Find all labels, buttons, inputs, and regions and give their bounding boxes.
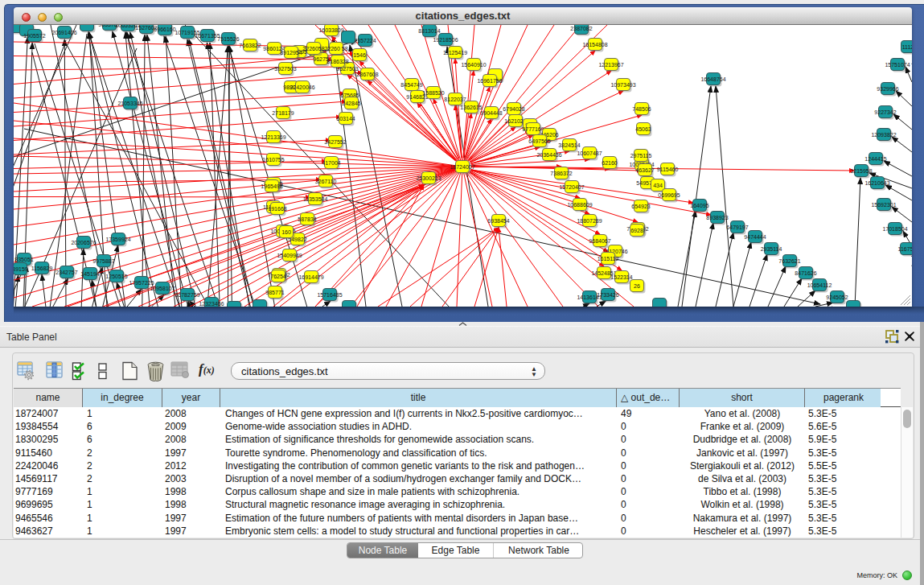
svg-text:1615112: 1615112 [598,256,619,262]
svg-text:21053346: 21053346 [117,101,142,106]
svg-text:3824514: 3824514 [558,142,580,148]
svg-text:12093822: 12093822 [871,132,896,138]
svg-text:17359924: 17359924 [105,237,130,242]
svg-text:10958107: 10958107 [150,286,175,291]
svg-text:191668: 191668 [268,206,286,212]
svg-text:12213967: 12213967 [598,62,623,68]
svg-text:10973493: 10973493 [610,82,635,88]
svg-text:1965498: 1965498 [261,183,282,189]
svg-text:16210643: 16210643 [864,180,889,186]
svg-text:39159: 39159 [14,266,28,272]
svg-text:76254: 76254 [270,274,286,279]
svg-text:15716485: 15716485 [317,292,342,298]
svg-text:8471626: 8471626 [795,270,816,276]
svg-text:463627: 463627 [635,167,654,173]
svg-text:1156829: 1156829 [31,266,53,271]
svg-text:10654112: 10654112 [807,282,832,288]
svg-text:8813014: 8813014 [418,28,440,34]
svg-text:985771: 985771 [265,290,284,295]
svg-text:1112: 1112 [902,44,912,50]
svg-text:1588520: 1588520 [422,90,444,96]
svg-text:1362615: 1362615 [460,105,482,110]
svg-text:17957225: 17957225 [129,280,154,286]
svg-text:15409949: 15409949 [277,253,302,258]
svg-text:15720407: 15720407 [559,184,584,190]
svg-text:16154808: 16154808 [582,42,607,47]
svg-text:2867608: 2867608 [356,72,378,77]
svg-text:6479197: 6479197 [726,225,748,230]
svg-text:7515526: 7515526 [217,36,239,42]
svg-text:3215958: 3215958 [850,168,872,174]
svg-text:145194: 145194 [80,271,99,277]
svg-text:11125419: 11125419 [443,50,467,56]
svg-text:1522314: 1522314 [610,274,632,280]
svg-text:12213369: 12213369 [261,134,285,140]
svg-text:6928: 6928 [630,228,643,233]
svg-text:1905572: 1905572 [23,33,45,39]
svg-text:15640910: 15640910 [461,62,486,68]
svg-text:164095: 164095 [690,203,708,208]
svg-text:16914479: 16914479 [298,274,323,280]
svg-text:9115460: 9115460 [657,167,679,172]
svg-text:160: 160 [281,229,291,235]
svg-text:3427552: 3427552 [324,139,346,145]
svg-text:434: 434 [653,183,663,188]
svg-text:1244415: 1244415 [864,156,886,162]
svg-text:116753: 116753 [898,246,912,252]
svg-text:6497565: 6497565 [528,138,550,144]
svg-text:25300213: 25300213 [416,175,441,181]
svg-text:9329966: 9329966 [877,86,898,92]
svg-text:7386372: 7386372 [550,171,572,176]
svg-text:10688609: 10688609 [567,202,592,208]
svg-text:26: 26 [634,283,640,289]
svg-text:1250515: 1250515 [105,274,127,279]
svg-text:8938923: 8938923 [706,215,728,220]
svg-text:8912954: 8912954 [280,50,302,56]
svg-text:16671355: 16671355 [195,33,220,39]
svg-text:2226058: 2226058 [302,46,324,51]
svg-text:6794028: 6794028 [503,106,524,112]
svg-text:9474444: 9474444 [744,234,766,240]
svg-text:2387082: 2387082 [570,26,592,31]
svg-text:2718179: 2718179 [272,110,294,116]
svg-text:7632621: 7632621 [778,258,800,264]
svg-text:9245052: 9245052 [826,295,848,300]
svg-text:9975887: 9975887 [92,258,114,264]
svg-text:654923: 654923 [631,204,650,209]
svg-text:12323466: 12323466 [199,301,224,307]
svg-text:18724007: 18724007 [450,164,474,170]
svg-text:22420046: 22420046 [290,84,314,90]
svg-text:1733426: 1733426 [597,292,618,298]
svg-text:835051: 835051 [14,257,33,262]
svg-text:3927503: 3927503 [274,66,296,72]
svg-text:8454749: 8454749 [400,82,422,88]
svg-text:16782759: 16782759 [175,292,199,298]
svg-text:1610755: 1610755 [262,157,284,163]
svg-text:16961758: 16961758 [477,78,502,84]
svg-text:9227342: 9227342 [874,109,896,115]
svg-text:3267110: 3267110 [315,179,337,184]
svg-text:15692301: 15692301 [871,202,896,208]
svg-text:45063: 45063 [635,126,651,132]
svg-text:16033809: 16033809 [318,27,343,33]
svg-text:16648764: 16648764 [700,76,725,82]
svg-text:20364436: 20364436 [536,152,561,158]
svg-text:18807289: 18807289 [577,218,602,224]
svg-text:15751074: 15751074 [885,62,910,68]
svg-text:603144: 603144 [336,116,355,122]
svg-text:22260 58: 22260 58 [324,46,347,51]
svg-text:6966160: 6966160 [154,27,175,32]
svg-text:9777169: 9777169 [522,126,544,132]
svg-text:20691406: 20691406 [51,30,76,35]
svg-text:0699695: 0699695 [658,192,680,198]
svg-text:6938454: 6938454 [487,218,509,224]
svg-text:7663822: 7663822 [239,43,261,48]
svg-text:417004: 417004 [322,160,340,166]
svg-text:587834: 587834 [298,216,316,222]
svg-text:2935114: 2935114 [761,246,782,252]
svg-text:17018504: 17018504 [882,226,907,232]
svg-text:8122037: 8122037 [444,97,466,102]
svg-text:2975115: 2975115 [630,153,652,159]
svg-text:9904448: 9904448 [480,110,502,116]
svg-text:11353584: 11353584 [303,196,328,202]
